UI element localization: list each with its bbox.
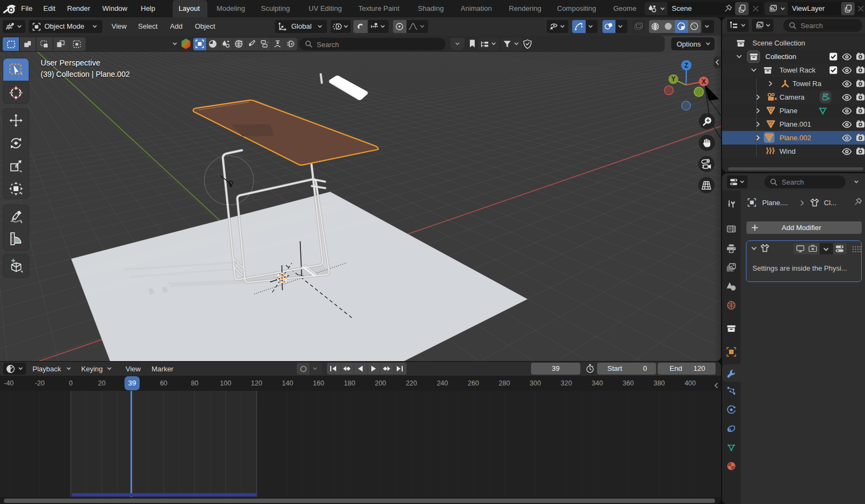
svg-text:X: X <box>702 78 706 86</box>
svg-text:Z: Z <box>684 62 688 69</box>
svg-text:Y: Y <box>671 75 676 83</box>
